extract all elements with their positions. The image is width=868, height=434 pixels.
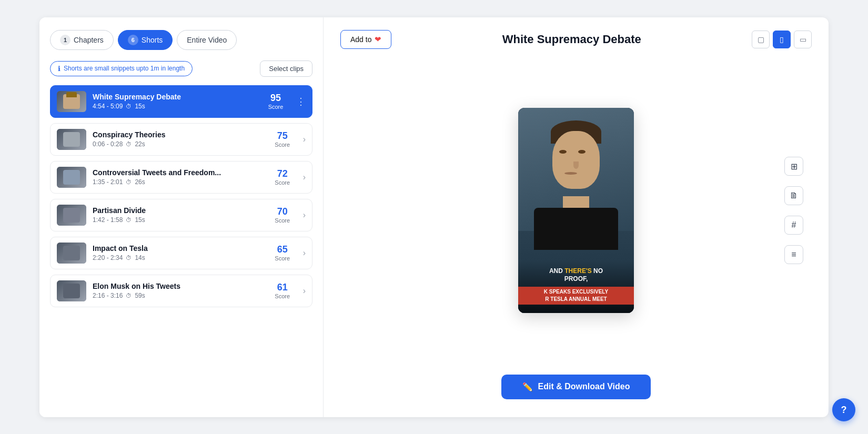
clip-expand-icon[interactable]: › xyxy=(303,135,306,144)
select-clips-button[interactable]: Select clips xyxy=(260,60,312,77)
clip-time-range: 0:06 - 0:28 xyxy=(93,140,123,148)
clip-expand-icon[interactable]: › xyxy=(303,173,306,182)
clip-info: Controversial Tweets and Freedom... 1:35… xyxy=(93,168,264,186)
subtitle-bottom-bar: K SPEAKS EXCLUSIVELY R TESLA ANNUAL MEET xyxy=(518,287,634,305)
left-panel: 1 Chapters 6 Shorts Entire Video ℹ Short… xyxy=(39,17,324,417)
landscape-view-icon: ▭ xyxy=(800,35,806,44)
score-label: Score xyxy=(275,142,290,148)
document-icon: 🗎 xyxy=(790,191,798,200)
subtitle-before: AND xyxy=(549,267,564,275)
document-icon-button[interactable]: 🗎 xyxy=(784,186,803,205)
clock-icon: ⏱ xyxy=(126,103,132,109)
clip-thumbnail xyxy=(57,243,86,264)
clip-title: Conspiracy Theories xyxy=(93,130,264,139)
clip-info: Impact on Tesla 2:20 - 2:34 ⏱ 14s xyxy=(93,244,264,261)
video-title: White Supremacy Debate xyxy=(391,33,752,46)
lines-icon: ≡ xyxy=(791,250,796,259)
clip-meta: 2:16 - 3:16 ⏱ 59s xyxy=(93,292,264,299)
clip-thumbnail xyxy=(57,205,86,226)
score-label: Score xyxy=(275,179,290,186)
clip-item[interactable]: White Supremacy Debate 4:54 - 5:09 ⏱ 15s… xyxy=(50,85,312,118)
clip-time-range: 1:35 - 2:01 xyxy=(93,178,123,186)
clip-meta: 4:54 - 5:09 ⏱ 15s xyxy=(93,103,257,110)
clip-time-range: 4:54 - 5:09 xyxy=(93,103,123,110)
clip-info: Elon Musk on His Tweets 2:16 - 3:16 ⏱ 59… xyxy=(93,282,264,299)
pencil-icon: ✏️ xyxy=(522,382,533,392)
tabs-row: 1 Chapters 6 Shorts Entire Video xyxy=(50,30,312,50)
clock-icon: ⏱ xyxy=(126,217,132,223)
info-note-text: Shorts are small snippets upto 1m in len… xyxy=(64,65,185,72)
tab-entire-video[interactable]: Entire Video xyxy=(177,30,237,50)
clip-menu-icon[interactable]: ⋮ xyxy=(296,96,306,107)
layout-icon: ⊞ xyxy=(791,162,798,171)
portrait-view-icon: ▯ xyxy=(780,35,784,44)
clip-title: Controversial Tweets and Freedom... xyxy=(93,168,264,177)
score-number: 70 xyxy=(277,206,288,217)
chapters-label: Chapters xyxy=(74,36,104,44)
subtitle-top-text: AND THERE'S NO PROOF, xyxy=(522,267,630,284)
clip-duration: 22s xyxy=(135,140,145,148)
clip-duration: 14s xyxy=(135,254,145,261)
clip-thumbnail xyxy=(57,167,86,188)
clip-title: Partisan Divide xyxy=(93,206,264,215)
subtitle-highlight: THERE'S xyxy=(564,267,592,275)
tab-chapters[interactable]: 1 Chapters xyxy=(50,30,114,50)
clips-list: White Supremacy Debate 4:54 - 5:09 ⏱ 15s… xyxy=(50,85,312,307)
clip-info: White Supremacy Debate 4:54 - 5:09 ⏱ 15s xyxy=(93,93,257,110)
clip-score: 65 Score xyxy=(270,244,295,261)
clip-expand-icon[interactable]: › xyxy=(303,248,306,258)
clip-item[interactable]: Conspiracy Theories 0:06 - 0:28 ⏱ 22s 75… xyxy=(50,123,312,156)
help-button[interactable]: ? xyxy=(832,398,855,421)
clip-thumbnail xyxy=(57,91,86,112)
clock-icon: ⏱ xyxy=(126,179,132,185)
clip-info: Conspiracy Theories 0:06 - 0:28 ⏱ 22s xyxy=(93,130,264,148)
score-label: Score xyxy=(275,255,290,261)
heart-icon: ❤ xyxy=(375,35,381,44)
download-section: ✏️ Edit & Download Video xyxy=(340,364,812,405)
video-frame: AND THERE'S NO PROOF, K SPEAKS EXCLUSIVE… xyxy=(518,108,634,313)
score-number: 75 xyxy=(277,130,288,142)
score-number: 65 xyxy=(277,244,288,255)
clip-duration: 15s xyxy=(135,103,145,110)
info-icon: ℹ xyxy=(58,65,60,73)
clip-thumbnail xyxy=(57,129,86,150)
subtitle-line2: PROOF, xyxy=(564,275,588,282)
clip-expand-icon[interactable]: › xyxy=(303,286,306,296)
score-number: 61 xyxy=(277,282,288,293)
subtitle-bottom-text: K SPEAKS EXCLUSIVELY R TESLA ANNUAL MEET xyxy=(522,288,630,303)
clip-duration: 26s xyxy=(135,178,145,186)
clip-score: 95 Score xyxy=(264,93,288,110)
subtitle-after: NO xyxy=(592,267,603,275)
clip-score: 70 Score xyxy=(270,206,295,224)
score-label: Score xyxy=(275,217,290,224)
clip-duration: 15s xyxy=(135,216,145,224)
clip-score: 72 Score xyxy=(270,168,295,186)
clip-thumbnail xyxy=(57,280,86,301)
clip-score: 61 Score xyxy=(270,282,295,299)
clip-item[interactable]: Impact on Tesla 2:20 - 2:34 ⏱ 14s 65 Sco… xyxy=(50,237,312,269)
layout-icon-button[interactable]: ⊞ xyxy=(784,157,803,176)
clip-time-range: 2:16 - 3:16 xyxy=(93,292,123,299)
clip-item[interactable]: Controversial Tweets and Freedom... 1:35… xyxy=(50,161,312,194)
clip-meta: 1:35 - 2:01 ⏱ 26s xyxy=(93,178,264,186)
edit-download-button[interactable]: ✏️ Edit & Download Video xyxy=(501,375,651,399)
clip-item[interactable]: Elon Musk on His Tweets 2:16 - 3:16 ⏱ 59… xyxy=(50,275,312,307)
chapters-badge: 1 xyxy=(60,35,70,45)
clip-title: White Supremacy Debate xyxy=(93,93,257,101)
lines-icon-button[interactable]: ≡ xyxy=(784,245,803,264)
clock-icon: ⏱ xyxy=(126,255,132,261)
shorts-badge: 6 xyxy=(128,35,138,45)
clip-meta: 2:20 - 2:34 ⏱ 14s xyxy=(93,254,264,261)
hashtag-icon-button[interactable]: # xyxy=(784,216,803,235)
square-view-button[interactable]: ▢ xyxy=(752,31,770,48)
portrait-view-button[interactable]: ▯ xyxy=(773,31,791,48)
app-container: 1 Chapters 6 Shorts Entire Video ℹ Short… xyxy=(39,17,829,417)
clip-item[interactable]: Partisan Divide 1:42 - 1:58 ⏱ 15s 70 Sco… xyxy=(50,199,312,231)
add-to-button[interactable]: Add to ❤ xyxy=(340,30,391,49)
clip-meta: 1:42 - 1:58 ⏱ 15s xyxy=(93,216,264,224)
entire-video-label: Entire Video xyxy=(187,36,227,44)
score-label: Score xyxy=(268,104,284,110)
clip-expand-icon[interactable]: › xyxy=(303,210,306,220)
landscape-view-button[interactable]: ▭ xyxy=(794,31,812,48)
tab-shorts[interactable]: 6 Shorts xyxy=(118,30,173,50)
